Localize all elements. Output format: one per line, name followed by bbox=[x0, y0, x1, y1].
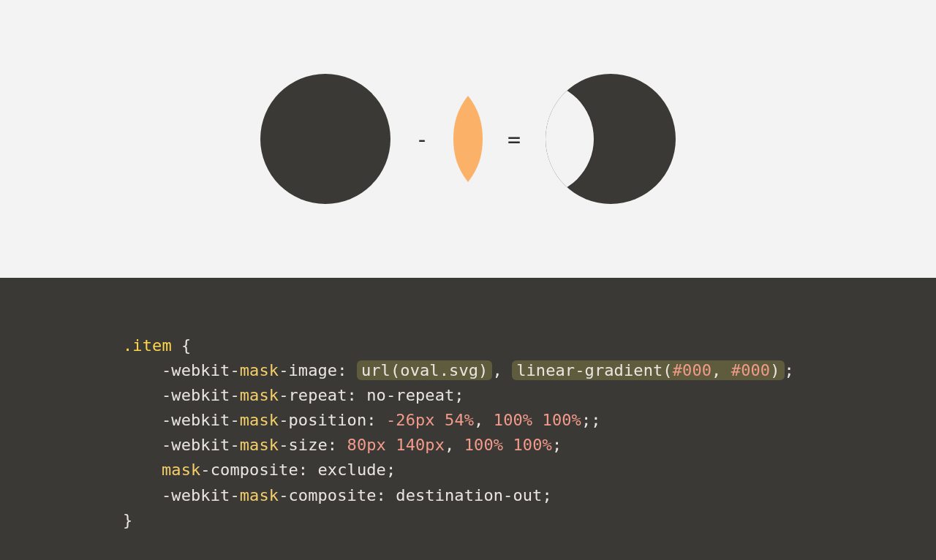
prop-mask-size-pre: -webkit- bbox=[162, 436, 240, 454]
url-highlight: url(oval.svg) bbox=[357, 360, 493, 380]
equals-operator: = bbox=[507, 126, 521, 152]
prop-mask-position-pre: -webkit- bbox=[162, 411, 240, 429]
minus-operator: - bbox=[415, 126, 429, 152]
oval-mask-icon bbox=[453, 96, 483, 182]
prop-mask-image-post: -image bbox=[279, 361, 337, 379]
prop-mask-image-key: mask bbox=[240, 361, 279, 379]
diagram-stage: - = bbox=[0, 0, 936, 278]
gradient-highlight: linear-gradient(#000, #000) bbox=[512, 360, 784, 380]
circle-masked-result bbox=[546, 74, 676, 204]
prop-mask-composite-key: mask bbox=[162, 461, 200, 479]
css-selector: .item bbox=[123, 336, 172, 355]
brace-open: { bbox=[181, 336, 191, 355]
brace-close: } bbox=[123, 511, 132, 529]
prop-mask-repeat-pre: -webkit- bbox=[162, 386, 240, 404]
code-panel: .item { -webkit-mask-image: url(oval.svg… bbox=[0, 278, 936, 560]
prop-mask-image-pre: -webkit- bbox=[162, 361, 240, 379]
circle-full bbox=[260, 74, 390, 204]
prop-webkit-mask-composite-pre: -webkit- bbox=[162, 486, 240, 504]
